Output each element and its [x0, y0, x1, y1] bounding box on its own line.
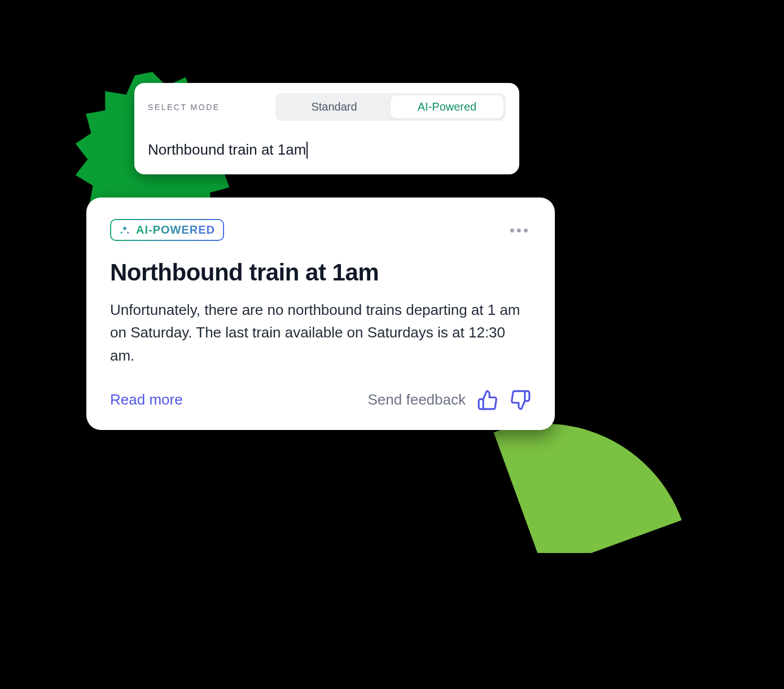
ai-badge: AI-POWERED — [110, 219, 224, 241]
feedback-label: Send feedback — [368, 391, 466, 409]
search-query-text: Northbound train at 1am — [148, 141, 306, 159]
read-more-link[interactable]: Read more — [110, 391, 183, 409]
result-footer: Read more Send feedback — [110, 389, 531, 411]
search-card: SELECT MODE Standard AI-Powered Northbou… — [134, 83, 519, 174]
mode-label: SELECT MODE — [148, 103, 220, 112]
search-input[interactable]: Northbound train at 1am — [148, 141, 506, 159]
ai-badge-label: AI-POWERED — [136, 223, 215, 236]
result-card: AI-POWERED ••• Northbound train at 1am U… — [86, 198, 555, 430]
sparkle-icon — [119, 225, 130, 236]
thumbs-up-icon[interactable] — [477, 389, 498, 411]
result-title: Northbound train at 1am — [110, 259, 531, 286]
result-body: Unfortunately, there are no northbound t… — [110, 299, 531, 367]
mode-option-ai[interactable]: AI-Powered — [391, 95, 503, 119]
more-options-button[interactable]: ••• — [509, 221, 531, 240]
result-header-row: AI-POWERED ••• — [110, 219, 531, 241]
feedback-group: Send feedback — [368, 389, 531, 411]
mode-selector-row: SELECT MODE Standard AI-Powered — [148, 93, 506, 121]
thumbs-down-icon[interactable] — [510, 389, 531, 411]
mode-option-standard[interactable]: Standard — [278, 95, 391, 119]
text-caret — [306, 142, 308, 159]
mode-toggle: Standard AI-Powered — [275, 93, 506, 121]
